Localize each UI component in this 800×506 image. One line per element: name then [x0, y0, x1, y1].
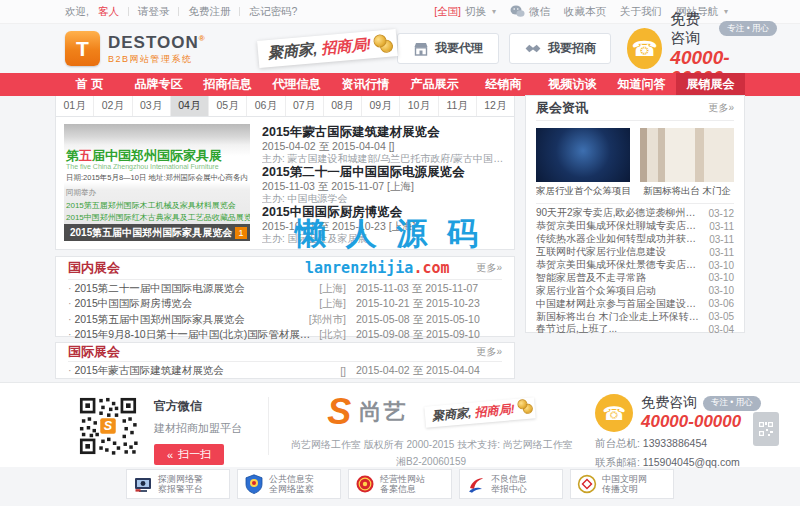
scan-qr-button[interactable]: « 扫一扫	[154, 444, 224, 465]
featured-exhibition-title[interactable]: 2015年蒙古国际建筑建材展览会	[262, 125, 506, 140]
month-tab[interactable]: 12月	[477, 96, 514, 116]
nav-item[interactable]: 资讯行情	[331, 73, 400, 96]
nav-item[interactable]: 知道问答	[607, 73, 676, 96]
month-tab[interactable]: 06月	[247, 96, 285, 116]
news-date: 03-05	[708, 311, 734, 322]
footer: S 官方微信 建材招商加盟平台 « 扫一扫 S 尚艺 聚商家, 招商局!	[0, 382, 800, 467]
month-tab[interactable]: 03月	[133, 96, 171, 116]
login-link[interactable]: 请登录	[138, 5, 170, 19]
nav-item[interactable]: 品牌专区	[124, 73, 193, 96]
exhibition-news-panel: 展会资讯 更多» 家居行业首个众筹项目 新国标将出台 木门企 90天开2家专卖店…	[525, 95, 745, 333]
news-thumb-crowdfunding[interactable]: 家居行业首个众筹项目	[536, 128, 630, 198]
badge-line1: 中国文明网	[602, 474, 647, 484]
news-title[interactable]: 中国建材网赴京参与首届全国建设企业集中采购管理	[536, 297, 702, 311]
knot-emblem-icon	[577, 474, 597, 494]
exhibition-title[interactable]: 2015年9月8-10日第十一届中国(北京)国际管材展览会	[68, 328, 319, 342]
news-title[interactable]: 传统热水器企业如何转型成功并获得更大的蛋糕?	[536, 232, 703, 246]
featured-exhibition-title[interactable]: 2015中国国际厨房博览会	[262, 205, 506, 220]
exhibition-title[interactable]: 2015第二十一届中国国际电源展览会	[68, 282, 319, 296]
favorite-page-link[interactable]: 收藏本页	[564, 5, 606, 19]
chevron-down-icon: ▾	[492, 7, 496, 16]
news-date: 03-12	[708, 208, 734, 219]
news-title[interactable]: 家居行业首个众筹项目启动	[536, 284, 702, 298]
month-tab[interactable]: 08月	[324, 96, 362, 116]
site-logo[interactable]: T DESTOON® B2B网站管理系统	[65, 31, 206, 66]
featured-exhibition-title[interactable]: 2015第二十一届中国国际电源展览会	[262, 165, 506, 180]
footer-brand-block: S 尚艺 聚商家, 招商局! 尚艺网络工作室 版权所有 2000-2015 技术…	[291, 395, 571, 467]
badge-report-center[interactable]: 不良信息举报中心	[459, 469, 563, 499]
slider-page-indicator[interactable]: 1	[235, 227, 247, 239]
news-title[interactable]: 智能家居普及不走寻常路	[536, 271, 702, 285]
news-thumb-standard[interactable]: 新国标将出台 木门企	[640, 128, 734, 198]
region-switch-label: 切换	[465, 5, 486, 19]
nav-item[interactable]: 产品展示	[400, 73, 469, 96]
month-tab[interactable]: 09月	[362, 96, 400, 116]
exhibition-title[interactable]: 2015第五届中国郑州国际家具展览会	[68, 313, 309, 327]
region-switcher[interactable]: [全国] 切换 ▾	[434, 5, 496, 19]
news-date: 03-11	[709, 247, 734, 258]
exhibition-title[interactable]: 2015中国国际厨房博览会	[68, 297, 319, 311]
month-tab[interactable]: 04月	[171, 96, 209, 116]
news-panel-title: 展会资讯	[536, 99, 588, 117]
badge-line2: 传播文明	[602, 484, 638, 494]
scan-arrows-icon: «	[167, 449, 173, 461]
nav-item[interactable]: 展销展会	[676, 73, 745, 96]
wechat-qr-code: S	[78, 396, 138, 456]
month-tab[interactable]: 11月	[439, 96, 477, 116]
nav-item[interactable]: 首 页	[55, 73, 124, 96]
nav-item[interactable]: 代理信息	[262, 73, 331, 96]
international-more-link[interactable]: 更多»	[476, 345, 502, 359]
news-title[interactable]: 春节过后,上班了...	[536, 322, 702, 336]
month-tab[interactable]: 07月	[286, 96, 324, 116]
slider-caption[interactable]: 2015第五届中国郑州国际家具展览会	[64, 224, 250, 241]
slider-subtitle-en: The five China Zhengzhou International F…	[66, 163, 219, 170]
news-thumb-image	[640, 128, 734, 182]
news-title[interactable]: 90天开2家专卖店,欧必德逆袭柳州建材市场	[536, 206, 702, 220]
featured-exhibition-item: 2015第二十一届中国国际电源展览会 2015-11-03 至 2015-11-…	[262, 165, 506, 205]
attract-investment-button[interactable]: 我要招商	[509, 33, 611, 64]
register-link[interactable]: 免费注册	[188, 5, 230, 19]
divider	[239, 7, 240, 16]
news-row: 恭贺京美田集成环保灶聊城专卖店盛大开业 03-11	[536, 220, 734, 233]
footer-consult-label: 免费咨询	[641, 394, 697, 412]
badge-cyber-police[interactable]: 探测网络警察报警平台	[126, 469, 230, 499]
news-more-link[interactable]: 更多»	[708, 101, 734, 115]
badge-text: 经营性网站备案信息	[380, 474, 425, 495]
news-title[interactable]: 恭贺京美田集成环保灶景德专卖店盛大开业	[536, 258, 702, 272]
domestic-more-link[interactable]: 更多»	[476, 261, 502, 275]
forgot-password-link[interactable]: 忘记密码?	[249, 5, 297, 19]
month-tab[interactable]: 05月	[209, 96, 247, 116]
region-label: [全国]	[434, 5, 461, 19]
nav-item[interactable]: 经销商	[469, 73, 538, 96]
exhibition-title[interactable]: 2015年蒙古国际建筑建材展览会	[68, 364, 340, 378]
month-tab[interactable]: 10月	[400, 96, 438, 116]
news-date: 03-06	[708, 298, 734, 309]
exhibition-location: [北京]	[319, 328, 346, 342]
news-title[interactable]: 恭贺京美田集成环保灶聊城专卖店盛大开业	[536, 219, 703, 233]
domestic-panel-title: 国内展会	[68, 259, 120, 277]
footer-divider	[268, 397, 269, 455]
news-row: 新国标将出台 木门企业走上环保转型之路 03-05	[536, 310, 734, 323]
exhibition-location: [上海]	[319, 282, 346, 296]
news-title[interactable]: 互联网时代家居行业信息建设	[536, 245, 703, 259]
badge-site-record[interactable]: 经营性网站备案信息	[348, 469, 452, 499]
floating-qr-widget[interactable]	[753, 412, 779, 446]
nav-item[interactable]: 视频访谈	[538, 73, 607, 96]
slider-event-line2: 2015中国郑州国际红木古典家具及工艺品收藏品展览会	[66, 212, 250, 223]
email-label: 联系邮箱:	[595, 456, 640, 468]
footer-slogan-2: 招商局!	[474, 401, 515, 418]
news-title[interactable]: 新国标将出台 木门企业走上环保转型之路	[536, 310, 702, 324]
badge-public-info-security[interactable]: 公共信息安全网络监察	[237, 469, 341, 499]
month-tab[interactable]: 02月	[94, 96, 132, 116]
slogan-text-1: 聚商家,	[267, 40, 317, 61]
slider-event-line1: 2015第五届郑州国际木工机械及家具材料展览会	[66, 200, 236, 211]
nav-item[interactable]: 招商信息	[193, 73, 262, 96]
become-agent-button[interactable]: 我要代理	[397, 33, 499, 64]
featured-exhibition-item: 2015年蒙古国际建筑建材展览会 2015-04-02 至 2015-04-04…	[262, 125, 506, 165]
badge-civilization-net[interactable]: 中国文明网传播文明	[570, 469, 674, 499]
month-tab[interactable]: 01月	[56, 96, 94, 116]
badge-line2: 全网络监察	[269, 484, 314, 494]
badge-text: 不良信息举报中心	[491, 474, 527, 495]
exhibition-slider[interactable]: 第五届中国郑州国际家具展 The five China Zhengzhou In…	[64, 124, 250, 241]
wechat-link[interactable]: 微信	[510, 5, 550, 19]
